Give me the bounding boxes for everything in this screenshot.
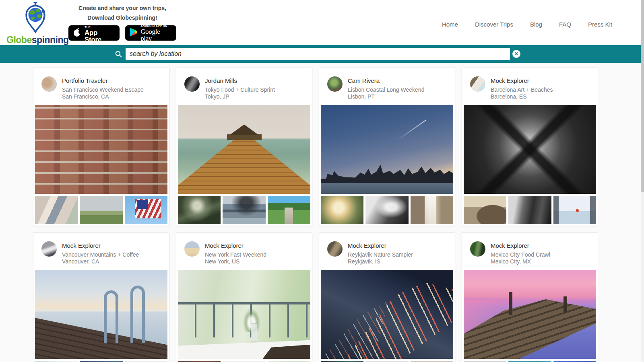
thumbnail[interactable]: [268, 196, 310, 224]
trip-card-san-francisco[interactable]: Portfolio Traveler San Francisco Weekend…: [33, 68, 169, 226]
thumbnail[interactable]: [80, 196, 122, 224]
card-head: Mock Explorer Vancouver Mountains + Coff…: [33, 233, 169, 270]
card-trip-title: Mexico City Food Crawl: [491, 251, 550, 258]
main-photo[interactable]: [321, 270, 453, 359]
card-username: Mock Explorer: [62, 242, 139, 249]
trip-card-vancouver[interactable]: Mock Explorer Vancouver Mountains + Coff…: [33, 232, 169, 362]
main-photo[interactable]: [178, 270, 310, 359]
main-photo[interactable]: [35, 105, 167, 194]
scrollbar-track: [641, 0, 644, 362]
clear-search-icon[interactable]: ✕: [512, 50, 520, 58]
trip-card-reykjavik[interactable]: Mock Explorer Reykjavik Nature Sampler R…: [319, 232, 455, 362]
header: Globespinning Create and share your own …: [0, 0, 644, 45]
main-photo[interactable]: [321, 105, 453, 194]
avatar[interactable]: [470, 76, 485, 92]
store-badges: DOWNLOAD ON THE App Store ANDROID APP ON…: [68, 25, 176, 41]
card-trip-title: San Francisco Weekend Escape: [62, 86, 144, 93]
app-store-badge[interactable]: DOWNLOAD ON THE App Store: [68, 25, 120, 41]
card-head: Portfolio Traveler San Francisco Weekend…: [33, 68, 169, 105]
thumbnail[interactable]: [178, 196, 221, 224]
google-play-icon: [130, 28, 137, 38]
thumbnail[interactable]: [553, 196, 596, 224]
card-username: Mock Explorer: [205, 242, 266, 249]
avatar[interactable]: [184, 241, 200, 257]
thumbnail[interactable]: [321, 196, 363, 224]
trip-card-barcelona[interactable]: Mock Explorer Barcelona Art + Beaches Ba…: [462, 68, 598, 226]
avatar[interactable]: [184, 76, 200, 92]
card-username: Cam Rivera: [348, 77, 424, 84]
trips-row-2: Mock Explorer Vancouver Mountains + Coff…: [33, 232, 644, 362]
google-play-badge-large: Google play: [140, 28, 171, 42]
card-username: Portfolio Traveler: [62, 77, 144, 84]
main-nav: Home Discover Trips Blog FAQ Press Kit: [442, 21, 612, 28]
avatar[interactable]: [41, 76, 57, 92]
globespinning-logo[interactable]: Globespinning: [6, 1, 64, 45]
tagline-line1: Create and share your own trips,: [68, 3, 176, 13]
globe-pin-icon: [20, 28, 51, 35]
card-trip-location: New York, US: [205, 258, 266, 265]
app-store-badge-large: App Store: [85, 29, 115, 43]
avatar[interactable]: [327, 76, 343, 92]
thumbnail-strip: [178, 196, 310, 224]
nav-item-press-kit[interactable]: Press Kit: [588, 21, 612, 28]
avatar[interactable]: [470, 241, 485, 257]
card-trip-location: Vancouver, CA: [62, 258, 139, 265]
main-photo[interactable]: [464, 270, 596, 359]
nav-item-blog[interactable]: Blog: [530, 21, 542, 28]
card-trip-location: Lisbon, PT: [348, 93, 424, 100]
apple-icon: [73, 27, 81, 39]
card-trip-title: Reykjavik Nature Sampler: [348, 251, 413, 258]
thumbnail[interactable]: [464, 196, 506, 224]
main-photo[interactable]: [35, 270, 167, 359]
card-trip-title: Lisbon Coastal Long Weekend: [348, 86, 424, 93]
google-play-badge[interactable]: ANDROID APP ON Google play: [125, 25, 176, 41]
card-trip-title: Tokyo Food + Culture Sprint: [205, 86, 275, 93]
search-bar: ✕: [0, 45, 644, 63]
avatar[interactable]: [327, 241, 343, 257]
google-play-badge-small: ANDROID APP ON: [140, 25, 171, 27]
main-photo[interactable]: [464, 105, 596, 194]
card-username: Jordan Mills: [205, 77, 275, 84]
nav-item-discover-trips[interactable]: Discover Trips: [475, 21, 513, 28]
trip-card-lisbon[interactable]: Cam Rivera Lisbon Coastal Long Weekend L…: [319, 68, 455, 226]
card-trip-location: Reykjavik, IS: [348, 258, 413, 265]
card-trip-title: Vancouver Mountains + Coffee: [62, 251, 139, 258]
thumbnail[interactable]: [508, 196, 551, 224]
app-store-badge-text: DOWNLOAD ON THE App Store: [85, 23, 115, 43]
thumbnail[interactable]: [35, 196, 78, 224]
card-trip-title: Barcelona Art + Beaches: [491, 86, 553, 93]
nav-item-home[interactable]: Home: [442, 21, 458, 28]
card-username: Mock Explorer: [491, 242, 550, 249]
avatar[interactable]: [41, 241, 57, 257]
scrollbar-thumb[interactable]: [641, 0, 644, 192]
card-head: Cam Rivera Lisbon Coastal Long Weekend L…: [319, 68, 455, 105]
thumbnail[interactable]: [365, 196, 408, 224]
app-store-badge-small: DOWNLOAD ON THE: [85, 23, 115, 29]
thumbnail[interactable]: [411, 196, 453, 224]
thumbnail-strip: [464, 196, 596, 224]
card-username: Mock Explorer: [348, 242, 413, 249]
search-input[interactable]: [126, 48, 510, 60]
card-username: Mock Explorer: [491, 77, 553, 84]
trips-row-1: Portfolio Traveler San Francisco Weekend…: [33, 68, 644, 226]
trip-card-new-york[interactable]: Mock Explorer New York Fast Weekend New …: [176, 232, 312, 362]
logo-word-spinning: spinning: [32, 35, 69, 45]
thumbnail-strip: [321, 196, 453, 224]
trip-card-mexico-city[interactable]: Mock Explorer Mexico City Food Crawl Mex…: [462, 232, 598, 362]
card-trip-location: Mexico City, MX: [491, 258, 550, 265]
nav-item-faq[interactable]: FAQ: [559, 21, 571, 28]
card-head: Mock Explorer Mexico City Food Crawl Mex…: [462, 233, 598, 270]
thumbnail[interactable]: [223, 196, 265, 224]
card-head: Mock Explorer Reykjavik Nature Sampler R…: [319, 233, 455, 270]
tagline-block: Create and share your own trips, Downloa…: [68, 3, 176, 41]
google-play-badge-text: ANDROID APP ON Google play: [140, 25, 171, 42]
card-trip-location: Barcelona, ES: [491, 93, 553, 100]
logo-wordmark: Globespinning: [6, 35, 64, 45]
card-head: Jordan Mills Tokyo Food + Culture Sprint…: [176, 68, 312, 105]
thumbnail[interactable]: [125, 196, 167, 224]
tagline-line2: Download Globespinning!: [68, 13, 176, 23]
trips-grid: Portfolio Traveler San Francisco Weekend…: [0, 63, 644, 362]
trip-card-tokyo[interactable]: Jordan Mills Tokyo Food + Culture Sprint…: [176, 68, 312, 226]
main-photo[interactable]: [178, 105, 310, 194]
card-trip-location: San Francisco, CA: [62, 93, 144, 100]
